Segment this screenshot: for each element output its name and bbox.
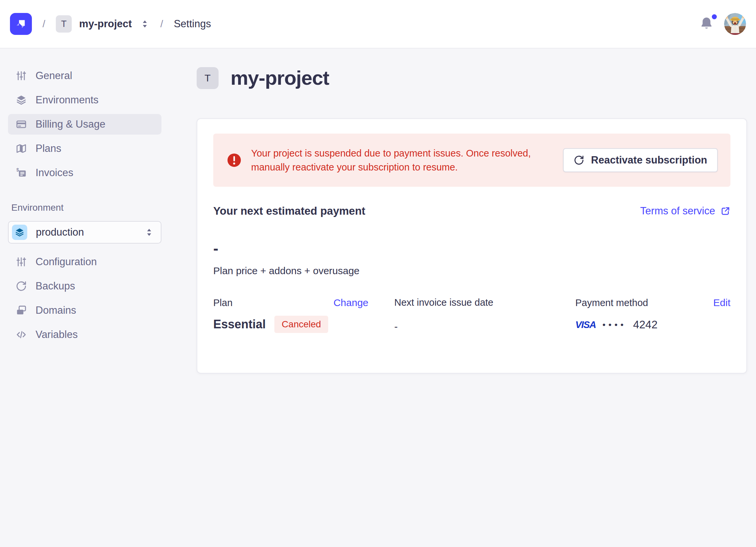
sliders-icon (16, 70, 27, 81)
sidebar-item-configuration[interactable]: Configuration (8, 251, 161, 272)
code-icon (16, 329, 27, 340)
reactivate-subscription-button[interactable]: Reactivate subscription (563, 148, 718, 172)
app-logo[interactable] (10, 13, 32, 35)
breadcrumb-project-name: my-project (79, 18, 132, 30)
next-payment-heading: Your next estimated payment (213, 205, 365, 217)
map-icon (16, 143, 27, 154)
page-title-badge: T (197, 67, 219, 89)
card-masked-dots: •••• (603, 320, 626, 330)
project-badge: T (56, 15, 72, 33)
alert-message: Your project is suspended due to payment… (251, 146, 563, 174)
user-avatar[interactable] (724, 13, 746, 35)
visa-logo: VISA (575, 319, 596, 330)
refresh-icon (574, 155, 584, 165)
invoice-icon: $ (16, 167, 27, 178)
main-content: T my-project Your project is suspended d… (197, 49, 747, 374)
environment-select[interactable]: production (8, 221, 161, 243)
notification-dot (712, 14, 717, 19)
refresh-icon (16, 281, 27, 292)
chevron-updown-icon (144, 227, 154, 237)
breadcrumb-separator: / (160, 18, 163, 30)
invoice-column: Next invoice issue date - (394, 297, 549, 333)
sidebar-item-label: Configuration (36, 256, 97, 268)
sidebar-item-label: Billing & Usage (36, 118, 105, 130)
billing-columns: Plan Change Essential Canceled Next invo… (213, 297, 730, 333)
sidebar-item-variables[interactable]: Variables (8, 324, 161, 345)
sidebar-item-domains[interactable]: Domains (8, 300, 161, 321)
layers-icon (15, 227, 25, 237)
sidebar-item-backups[interactable]: Backups (8, 276, 161, 297)
breadcrumb-project-switcher[interactable]: my-project (79, 18, 149, 30)
environment-nav: Configuration Backups Domains (8, 251, 161, 345)
sidebar-item-billing-usage[interactable]: Billing & Usage (8, 114, 161, 135)
environment-value: production (36, 226, 136, 238)
invoice-date-label: Next invoice issue date (394, 297, 493, 308)
credit-card-icon (16, 119, 27, 130)
page-title: my-project (231, 66, 329, 89)
terms-link-label: Terms of service (640, 205, 715, 217)
exclamation-circle-icon (227, 152, 242, 168)
external-link-icon (720, 206, 730, 216)
estimated-amount: - (213, 239, 730, 257)
terms-of-service-link[interactable]: Terms of service (640, 205, 730, 217)
sidebar-item-label: Backups (36, 280, 75, 292)
top-bar: / T my-project / Settings (0, 0, 756, 48)
plan-label: Plan (213, 298, 233, 309)
svg-text:$: $ (16, 167, 19, 172)
breadcrumb-separator: / (43, 18, 45, 30)
payment-formula: Plan price + addons + overusage (213, 265, 730, 277)
suspension-alert: Your project is suspended due to payment… (213, 134, 730, 187)
avatar-image (724, 13, 746, 35)
plan-status-badge: Canceled (274, 316, 328, 333)
chevron-updown-icon (140, 19, 150, 29)
sliders-icon (16, 256, 27, 267)
layers-icon (16, 94, 27, 106)
environment-label: Environment (11, 202, 197, 213)
invoice-date-value: - (394, 321, 549, 333)
sidebar-item-plans[interactable]: Plans (8, 138, 161, 159)
change-plan-link[interactable]: Change (333, 297, 368, 309)
payment-method-label: Payment method (575, 298, 648, 309)
environment-icon (12, 225, 27, 240)
sidebar-item-label: Domains (36, 305, 76, 317)
plan-name: Essential (213, 318, 266, 331)
sidebar-item-invoices[interactable]: $ Invoices (8, 162, 161, 183)
sidebar-item-environments[interactable]: Environments (8, 90, 161, 110)
sidebar-item-label: Invoices (36, 167, 73, 179)
sidebar-item-label: Variables (36, 329, 78, 341)
billing-card: Your project is suspended due to payment… (197, 118, 747, 374)
payment-method-column: Payment method Edit VISA •••• 4242 (575, 297, 730, 333)
page-title-row: T my-project (197, 66, 747, 89)
cloud-logo-icon (13, 16, 29, 32)
card-last4: 4242 (633, 319, 657, 331)
windows-icon (16, 305, 27, 316)
payment-section-head: Your next estimated payment Terms of ser… (213, 205, 730, 217)
reactivate-button-label: Reactivate subscription (591, 154, 707, 166)
sidebar-item-label: Plans (36, 142, 61, 154)
plan-column: Plan Change Essential Canceled (213, 297, 368, 333)
notifications-button[interactable] (698, 16, 715, 32)
sidebar-item-label: General (36, 70, 72, 82)
project-nav: General Environments Billing & Usage (8, 65, 161, 183)
sidebar: General Environments Billing & Usage (0, 49, 197, 345)
sidebar-item-label: Environments (36, 94, 99, 106)
breadcrumb-settings[interactable]: Settings (174, 18, 211, 30)
sidebar-item-general[interactable]: General (8, 65, 161, 86)
edit-payment-link[interactable]: Edit (713, 297, 730, 309)
